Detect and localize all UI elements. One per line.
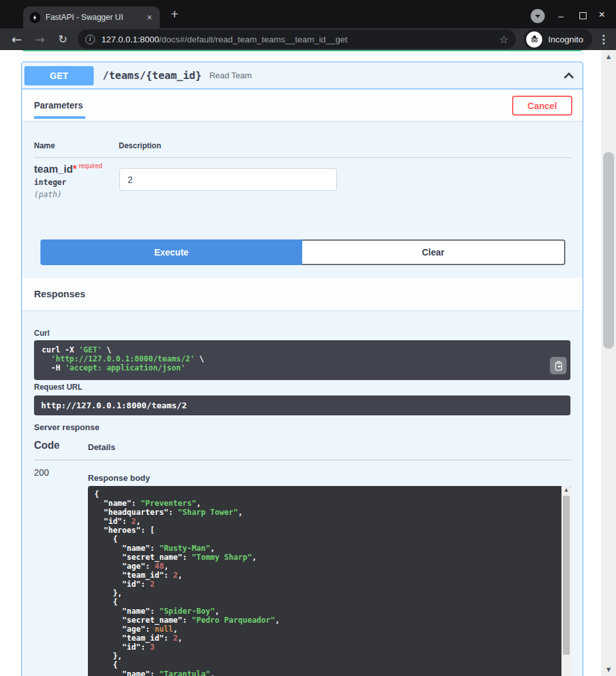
execute-button[interactable]: Execute <box>40 239 302 265</box>
new-tab-icon[interactable]: + <box>171 7 178 21</box>
curl-label: Curl <box>34 329 49 338</box>
tab-strip: FastAPI - Swagger UI × + – × <box>0 0 616 28</box>
description-column-header: Description <box>119 141 161 150</box>
collapse-chevron-up-icon[interactable] <box>564 73 574 83</box>
minimize-icon[interactable]: – <box>558 10 563 22</box>
cancel-button[interactable]: Cancel <box>512 96 572 116</box>
team-id-input[interactable] <box>119 168 337 191</box>
menu-icon[interactable]: ⋮ <box>598 33 609 46</box>
response-scroll-up-icon[interactable]: ▲ <box>561 487 571 492</box>
forward-icon: → <box>28 32 51 46</box>
details-column-header: Details <box>88 442 116 452</box>
collapsed-post-endpoint-edge[interactable] <box>21 50 583 51</box>
page-scroll-up-icon[interactable]: ▲ <box>601 53 616 60</box>
endpoint-summary: Read Team <box>209 71 252 80</box>
browser-chrome: FastAPI - Swagger UI × + – × ← → ↻ i 127… <box>0 0 616 50</box>
browser-tab[interactable]: FastAPI - Swagger UI × <box>23 6 160 28</box>
incognito-label: Incognito <box>548 35 583 44</box>
fastapi-logo-icon <box>30 12 40 23</box>
tab-title: FastAPI - Swagger UI <box>46 13 146 22</box>
site-info-icon[interactable]: i <box>85 35 95 44</box>
table-header-divider <box>34 157 571 158</box>
page-scrollbar-thumb[interactable] <box>603 152 614 349</box>
response-body-json: { "name": "Preventers", "headquarters": … <box>88 486 571 676</box>
required-star: * <box>73 164 76 175</box>
back-icon[interactable]: ← <box>5 32 28 46</box>
parameter-location: (path) <box>34 190 62 199</box>
endpoint-path: /teams/{team_id} <box>103 69 201 82</box>
page-scroll-down-icon[interactable]: ▼ <box>601 666 616 673</box>
curl-command: curl -X 'GET' \ 'http://127.0.0.1:8000/t… <box>34 340 570 377</box>
responses-header: Responses <box>22 278 583 310</box>
response-scrollbar-thumb[interactable] <box>563 496 570 655</box>
tab-search-icon[interactable] <box>531 9 545 23</box>
code-column-header: Code <box>34 440 60 451</box>
responses-title: Responses <box>34 278 85 310</box>
parameters-header: Parameters Cancel <box>22 90 583 121</box>
reload-icon[interactable]: ↻ <box>51 33 74 46</box>
page-scrollbar[interactable]: ▲ ▼ <box>601 50 616 676</box>
clear-button[interactable]: Clear <box>302 239 565 265</box>
response-body-label: Response body <box>88 473 150 483</box>
response-body-block: { "name": "Preventers", "headquarters": … <box>88 486 571 676</box>
swagger-page: GET /teams/{team_id} Read Team Parameter… <box>0 50 616 676</box>
server-response-label: Server response <box>34 422 99 432</box>
parameter-type: integer <box>34 178 67 187</box>
window-close-icon[interactable]: × <box>599 9 605 21</box>
request-url-label: Request URL <box>34 383 82 392</box>
response-body-scrollbar[interactable]: ▲ <box>561 486 571 676</box>
opblock-get-teams-team-id: GET /teams/{team_id} Read Team Parameter… <box>21 62 583 676</box>
opblock-summary[interactable]: GET /teams/{team_id} Read Team <box>22 62 583 89</box>
tab-parameters[interactable]: Parameters <box>34 100 85 119</box>
status-code: 200 <box>34 467 49 478</box>
maximize-icon[interactable] <box>579 12 586 19</box>
curl-block: curl -X 'GET' \ 'http://127.0.0.1:8000/t… <box>34 340 570 380</box>
method-badge: GET <box>24 66 94 85</box>
name-column-header: Name <box>34 141 55 150</box>
parameter-name: team_id*required <box>34 162 102 175</box>
response-table-divider <box>34 460 571 460</box>
bookmark-star-icon[interactable]: ☆ <box>499 33 508 46</box>
copy-to-clipboard-icon[interactable] <box>550 357 567 374</box>
incognito-badge: Incognito <box>524 29 592 49</box>
address-bar[interactable]: i 127.0.0.1:8000/docs#/default/read_team… <box>78 30 516 49</box>
incognito-icon <box>526 31 542 48</box>
url-host: 127.0.0.1:8000 <box>101 35 159 44</box>
execute-wrapper: Execute Clear <box>40 239 565 265</box>
browser-toolbar: ← → ↻ i 127.0.0.1:8000/docs#/default/rea… <box>0 28 616 50</box>
url-path: /docs#/default/read_team_teams__team_id_… <box>159 35 347 44</box>
tab-close-icon[interactable]: × <box>146 13 153 22</box>
request-url-value: http://127.0.0.1:8000/teams/2 <box>34 395 570 415</box>
required-label: required <box>79 162 103 169</box>
url-text: 127.0.0.1:8000/docs#/default/read_team_t… <box>101 35 499 44</box>
